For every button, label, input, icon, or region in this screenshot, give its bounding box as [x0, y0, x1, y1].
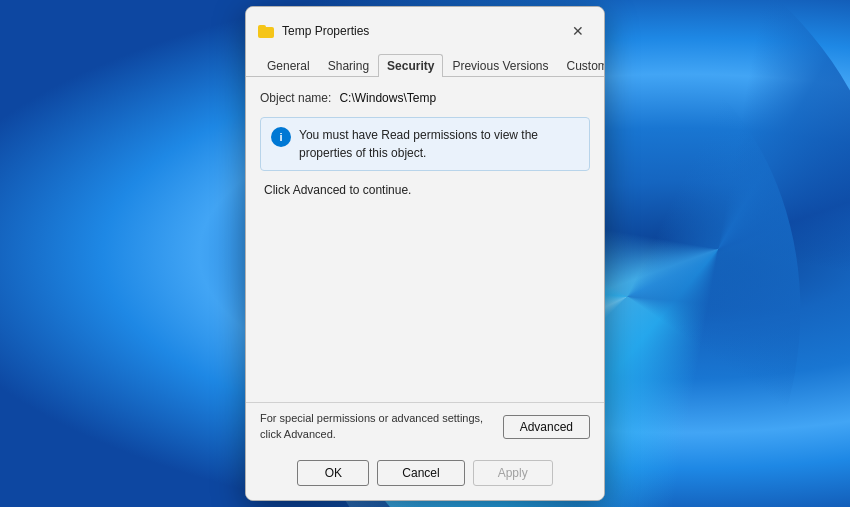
ok-button[interactable]: OK: [297, 460, 369, 486]
advanced-button[interactable]: Advanced: [503, 415, 590, 439]
tab-security[interactable]: Security: [378, 54, 443, 77]
tab-customise[interactable]: Customise: [557, 54, 605, 77]
tab-previous-versions[interactable]: Previous Versions: [443, 54, 557, 77]
info-box: i You must have Read permissions to view…: [260, 117, 590, 171]
click-advanced-instruction: Click Advanced to continue.: [264, 183, 590, 197]
info-message: You must have Read permissions to view t…: [299, 126, 579, 162]
dialog-title: Temp Properties: [282, 24, 369, 38]
object-name-row: Object name: C:\Windows\Temp: [260, 91, 590, 105]
apply-button[interactable]: Apply: [473, 460, 553, 486]
tab-sharing[interactable]: Sharing: [319, 54, 378, 77]
folder-icon: [258, 23, 274, 39]
permissions-text: For special permissions or advanced sett…: [260, 411, 495, 442]
main-area: [260, 197, 590, 392]
cancel-button[interactable]: Cancel: [377, 460, 464, 486]
close-button[interactable]: ✕: [564, 17, 592, 45]
info-icon: i: [271, 127, 291, 147]
permissions-row: For special permissions or advanced sett…: [246, 402, 604, 450]
object-name-label: Object name:: [260, 91, 331, 105]
bottom-bar: OK Cancel Apply: [246, 450, 604, 500]
dialog-content: Object name: C:\Windows\Temp i You must …: [246, 77, 604, 402]
properties-dialog: Temp Properties ✕ General Sharing Securi…: [245, 6, 605, 501]
dialog-overlay: Temp Properties ✕ General Sharing Securi…: [0, 0, 850, 507]
tabs-container: General Sharing Security Previous Versio…: [246, 45, 604, 77]
tab-general[interactable]: General: [258, 54, 319, 77]
title-bar-left: Temp Properties: [258, 23, 369, 39]
object-name-value: C:\Windows\Temp: [339, 91, 436, 105]
title-bar: Temp Properties ✕: [246, 7, 604, 45]
